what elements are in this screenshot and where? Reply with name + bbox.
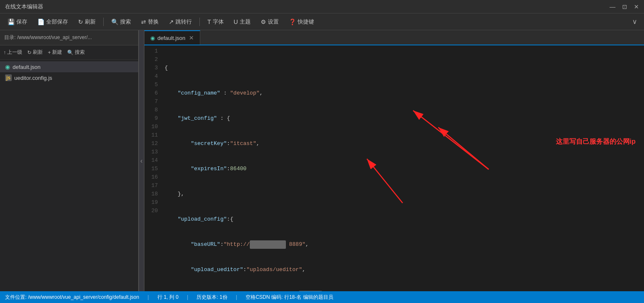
close-button[interactable]: ✕: [634, 3, 639, 10]
version-history: 历史版本: 1份: [196, 294, 227, 301]
tab-label: default.json: [157, 35, 186, 41]
code-line-3: "jwt_config" : {: [165, 114, 641, 123]
encoding-info: 空格CSDN 编码: 行18-名 编辑的题目员: [246, 294, 333, 301]
save-all-button[interactable]: 📄 全部保存: [33, 16, 72, 27]
tab-close-button[interactable]: ✕: [189, 34, 194, 41]
js-file-icon: js: [5, 74, 12, 81]
code-editor[interactable]: 1 2 3 4 5 6 7 8 9 10 11 12 13 14 15 16 1…: [144, 45, 644, 291]
sidebar-collapse-toggle[interactable]: ‹: [139, 30, 144, 291]
file-list: ◉ default.json js ueditor.config.js: [0, 60, 138, 291]
status-bar: 文件位置: /www/wwwroot/vue_api_server/config…: [0, 291, 644, 303]
code-line-9: "upload_ueditor":"uploads/ueditor",: [165, 266, 641, 274]
font-button[interactable]: T 字体: [203, 16, 228, 27]
file-name: ueditor.config.js: [14, 75, 52, 81]
code-line-7: "upload_config":{: [165, 215, 641, 224]
save-icon: 💾: [8, 18, 15, 25]
search-icon: 🔍: [111, 18, 118, 25]
sidebar-search-icon: 🔍: [67, 50, 73, 55]
sidebar-refresh-button[interactable]: ↻ 刷新: [27, 49, 43, 56]
goto-button[interactable]: ↗ 跳转行: [165, 16, 196, 27]
code-line-2: "config_name" : "develop",: [165, 89, 641, 97]
minimize-button[interactable]: —: [610, 3, 615, 10]
up-icon: ↑: [3, 50, 6, 55]
sidebar-search-button[interactable]: 🔍 搜索: [67, 49, 85, 56]
theme-button[interactable]: U 主题: [230, 16, 255, 27]
font-icon: T: [207, 18, 211, 25]
code-line-5: "expiresIn":86400: [165, 165, 641, 173]
save-button[interactable]: 💾 保存: [3, 16, 31, 27]
save-all-icon: 📄: [37, 18, 45, 25]
replace-button[interactable]: ⇄ 替换: [137, 16, 163, 27]
sidebar: 目录: /www/wwwroot/vue_api_server/... ↑ 上一…: [0, 30, 139, 291]
file-item-ueditor-js[interactable]: js ueditor.config.js: [0, 72, 138, 83]
sidebar-header: 目录: /www/wwwroot/vue_api_server/...: [0, 30, 138, 45]
settings-button[interactable]: ⚙ 设置: [257, 16, 283, 27]
tab-file-icon: ◉: [150, 35, 155, 41]
collapse-icon: ‹: [140, 157, 142, 165]
search-button[interactable]: 🔍 搜索: [107, 16, 135, 27]
sidebar-refresh-icon: ↻: [27, 50, 31, 55]
code-line-1: {: [165, 64, 641, 72]
replace-icon: ⇄: [141, 18, 146, 25]
code-line-6: },: [165, 190, 641, 198]
tab-bar: ◉ default.json ✕: [144, 30, 644, 45]
status-separator-3: |: [236, 294, 237, 300]
theme-icon: U: [234, 18, 238, 25]
window-controls: — ⊡ ✕: [610, 3, 639, 10]
settings-icon: ⚙: [261, 18, 266, 25]
json-file-icon: ◉: [5, 63, 10, 70]
title-bar: 在线文本编辑器 — ⊡ ✕: [0, 0, 644, 13]
new-file-button[interactable]: + 新建: [48, 49, 62, 56]
separator-1: [103, 18, 104, 26]
goto-icon: ↗: [169, 18, 174, 25]
toolbar: 💾 保存 📄 全部保存 ↻ 刷新 🔍 搜索 ⇄ 替换 ↗ 跳转行 T 字体 U …: [0, 13, 644, 30]
main-layout: 目录: /www/wwwroot/vue_api_server/... ↑ 上一…: [0, 30, 644, 291]
code-line-10: "simple_upload_redirect":"http:// /reloa…: [165, 291, 641, 291]
file-path: 文件位置: /www/wwwroot/vue_api_server/config…: [5, 294, 139, 301]
up-level-button[interactable]: ↑ 上一级: [3, 49, 22, 56]
status-separator-1: |: [147, 294, 149, 300]
code-line-4: "secretKey":"itcast",: [165, 140, 641, 148]
maximize-button[interactable]: ⊡: [622, 3, 627, 10]
status-separator-2: |: [187, 294, 188, 300]
file-item-default-json[interactable]: ◉ default.json: [0, 61, 138, 72]
separator-2: [199, 18, 200, 26]
toolbar-expand-button[interactable]: ∨: [629, 16, 641, 27]
file-name: default.json: [13, 64, 41, 70]
shortcuts-icon: ❓: [289, 18, 296, 25]
sidebar-path: 目录: /www/wwwroot/vue_api_server/...: [4, 34, 92, 41]
line-numbers: 1 2 3 4 5 6 7 8 9 10 11 12 13 14 15 16 1…: [144, 47, 161, 290]
refresh-button[interactable]: ↻ 刷新: [74, 16, 100, 27]
new-icon: +: [48, 50, 51, 55]
sidebar-toolbar: ↑ 上一级 ↻ 刷新 + 新建 🔍 搜索: [0, 45, 138, 60]
code-line-8: "baseURL":"http:// 8889",: [165, 240, 641, 249]
editor-area: ◉ default.json ✕ 1 2 3 4 5 6 7 8 9 10 11…: [144, 30, 644, 291]
code-content[interactable]: { "config_name" : "develop", "jwt_config…: [161, 47, 644, 290]
tab-default-json[interactable]: ◉ default.json ✕: [144, 30, 200, 45]
cursor-position: 行 1, 列 0: [157, 294, 179, 301]
refresh-icon: ↻: [78, 18, 83, 25]
shortcuts-button[interactable]: ❓ 快捷键: [285, 16, 318, 27]
app-title: 在线文本编辑器: [5, 3, 43, 11]
